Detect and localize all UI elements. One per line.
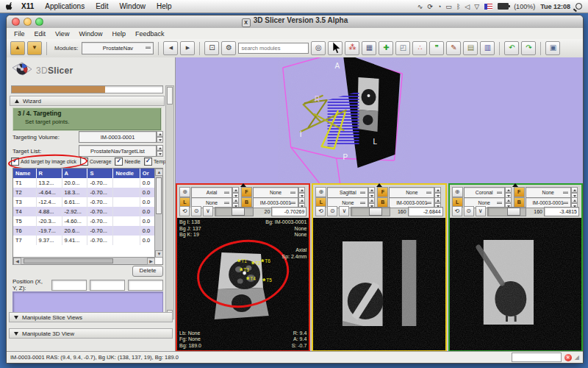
sagittal-orientation-select[interactable]: Sagittal <box>327 187 368 198</box>
measurements-icon[interactable]: ▤ <box>463 41 478 55</box>
fiducial-list-icon[interactable]: ∴ <box>412 41 427 55</box>
target-marker-t3[interactable]: *T3 <box>240 267 249 272</box>
scroll-up-icon[interactable]: ▲ <box>155 169 163 176</box>
table-row[interactable]: T5-20.3...-4.60...-0.70...0.0 <box>13 216 155 226</box>
target-list-spinner[interactable] <box>157 145 163 157</box>
us-flag-icon[interactable] <box>484 4 492 10</box>
table-vscrollbar[interactable]: ▲ ▼ <box>154 169 162 258</box>
undo-icon[interactable]: ↶ <box>504 41 519 55</box>
coronal-orientation-select[interactable]: Coronal <box>464 187 505 198</box>
slice-options-icon[interactable]: ∨ <box>339 206 349 216</box>
table-row[interactable]: T2-4.64...18.3...-0.70...0.0 <box>13 188 155 197</box>
feedback-bubble-icon[interactable]: ❞ <box>429 41 444 55</box>
network-graph-icon[interactable]: ∿ <box>417 3 423 10</box>
position-x-field[interactable] <box>51 280 87 291</box>
scroll-left-icon[interactable]: ◀ <box>13 258 21 265</box>
module-select[interactable]: ProstateNav <box>82 42 154 54</box>
target-marker-t5[interactable]: *T5 <box>262 277 272 283</box>
table-row[interactable]: T113.2...20.0...-0.70...0.0 <box>13 178 155 188</box>
volume-icon[interactable]: ◁ <box>465 3 470 10</box>
macbar-menu-help[interactable]: Help <box>157 2 172 10</box>
view-3d[interactable]: A R I L P <box>176 57 583 183</box>
transforms-icon[interactable]: ◰ <box>395 41 410 55</box>
link-slices-icon[interactable]: ⟲ <box>315 206 326 216</box>
display-icon[interactable]: ▭ <box>445 3 452 10</box>
settings-gear-icon[interactable]: ⚙ <box>221 41 236 55</box>
target-marker-t2[interactable]: *T2 <box>251 261 261 266</box>
delete-button[interactable]: Delete <box>132 266 163 277</box>
menu-window[interactable]: Window <box>79 30 102 38</box>
fit-view-icon[interactable]: ⊕ <box>315 187 326 197</box>
search-modules-input[interactable] <box>238 43 309 54</box>
menu-help[interactable]: Help <box>112 30 126 38</box>
table-row[interactable]: T44.88...-2.92...-0.70...0.0 <box>13 207 155 216</box>
axial-offset-field[interactable]: -0.70269 <box>271 207 306 216</box>
wifi-icon[interactable]: ▽ <box>474 3 479 10</box>
link-slices-icon[interactable]: ⟲ <box>179 206 190 216</box>
search-modules-icon[interactable]: ◎ <box>311 41 326 55</box>
bluetooth-icon[interactable]: ᛒ <box>456 3 460 10</box>
scroll-right-icon[interactable]: ▶ <box>147 258 155 265</box>
sagittal-slice-slider[interactable] <box>351 207 390 216</box>
screenshot-icon[interactable]: ▣ <box>545 41 560 55</box>
panel-collapse-icon[interactable] <box>512 183 518 187</box>
resize-grip-icon[interactable]: ◢ <box>575 354 579 361</box>
axial-slice-slider[interactable] <box>215 207 254 216</box>
target-marker-t4[interactable]: *T4 <box>246 276 256 281</box>
macbar-menu-edit[interactable]: Edit <box>96 2 108 10</box>
menu-file[interactable]: File <box>14 30 25 38</box>
module-hierarchy-icon[interactable]: ⁂ <box>345 41 359 55</box>
error-icon[interactable]: ✕ <box>564 354 572 361</box>
table-hscrollbar[interactable]: ◀ ▶ <box>13 257 155 264</box>
module-back-button[interactable]: ◀ <box>163 41 178 55</box>
load-scene-icon[interactable]: ▲ <box>10 41 25 55</box>
targeting-volume-select[interactable]: IM-0003-0001 <box>79 131 157 143</box>
visibility-eye-icon[interactable]: ⊙ <box>191 206 201 216</box>
position-y-field[interactable] <box>90 280 125 291</box>
coronal-slice-slider[interactable] <box>487 207 526 216</box>
menu-feedback[interactable]: Feedback <box>135 30 165 38</box>
menu-edit[interactable]: Edit <box>35 30 46 38</box>
targeting-volume-spinner[interactable] <box>157 131 163 143</box>
apple-menu[interactable] <box>6 1 14 11</box>
panel-collapse-icon[interactable] <box>376 183 382 187</box>
manipulate-slice-views-header[interactable]: Manipulate Slice Views <box>9 312 173 322</box>
panel-scrollbar[interactable] <box>165 85 174 319</box>
axial-slice-image[interactable]: Bg I: 138 Bg J: 137 Bg K: 19 Bg: IM-0003… <box>177 218 309 350</box>
position-z-field[interactable] <box>128 280 163 291</box>
axial-orientation-select[interactable]: Axial <box>191 187 232 198</box>
modules-cube-icon[interactable]: ▦ <box>362 41 376 55</box>
colors-icon[interactable]: ▥ <box>480 41 495 55</box>
titlebar[interactable]: X3D Slicer Version 3.5 Alpha <box>7 15 583 29</box>
coronal-offset-field[interactable]: -3.4815 <box>544 207 579 216</box>
layout-icon[interactable]: ⊡ <box>204 41 219 55</box>
link-slices-icon[interactable]: ⟲ <box>452 206 462 216</box>
visibility-eye-icon[interactable]: ⊙ <box>464 206 474 216</box>
target-list-select[interactable]: ProstateNavTargetList <box>79 145 157 157</box>
sagittal-slice-image[interactable] <box>313 218 445 350</box>
clock-icon[interactable]: ◔ <box>437 3 441 10</box>
slice-options-icon[interactable]: ∨ <box>476 206 486 216</box>
coronal-slice-image[interactable] <box>450 218 581 350</box>
spotlight-icon[interactable] <box>576 3 582 10</box>
table-row[interactable]: T79.37...9.41...-0.70...0.0 <box>13 236 155 245</box>
panel-collapse-icon[interactable] <box>240 183 246 187</box>
status-input[interactable] <box>512 353 562 362</box>
sagittal-fg-select[interactable]: None <box>389 187 434 198</box>
redo-icon[interactable]: ↷ <box>521 41 536 55</box>
module-forward-button[interactable]: ▶ <box>180 41 195 55</box>
macbar-menu-x11[interactable]: X11 <box>21 2 34 10</box>
fg-layer-icon[interactable]: F <box>377 187 388 197</box>
macbar-menu-applications[interactable]: Applications <box>45 2 85 10</box>
coronal-fg-select[interactable]: None <box>526 187 571 198</box>
fg-layer-icon[interactable]: F <box>241 187 252 197</box>
menubar-clock[interactable]: Tue 12:08 <box>540 3 570 10</box>
checkbox-template[interactable]: ✓ <box>144 158 152 166</box>
fg-layer-icon[interactable]: F <box>514 187 525 197</box>
target-marker-t6[interactable]: *T6 <box>261 258 270 263</box>
menu-view[interactable]: View <box>55 30 69 38</box>
fit-view-icon[interactable]: ⊕ <box>452 187 463 197</box>
visibility-eye-icon[interactable]: ⊙ <box>327 206 337 216</box>
target-marker-t1[interactable]: *T1 <box>237 258 247 263</box>
axial-fg-select[interactable]: None <box>253 187 298 198</box>
